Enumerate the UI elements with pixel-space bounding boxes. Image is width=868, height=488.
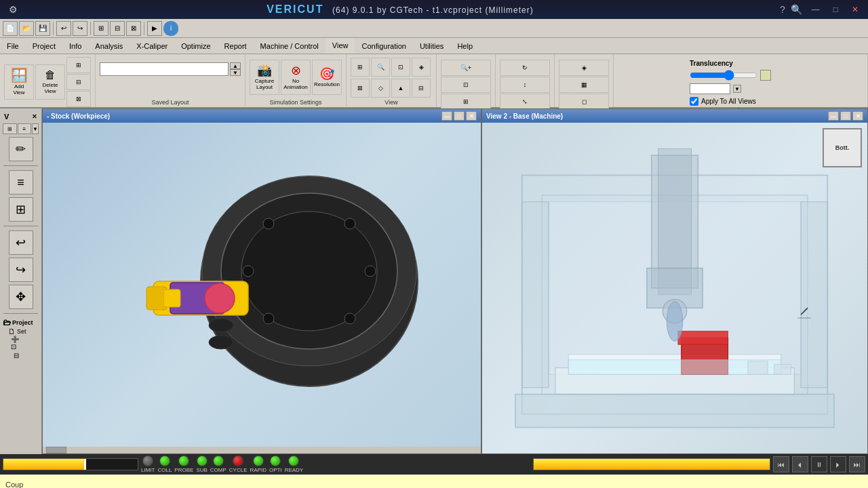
view-btn-8[interactable]: ⊟	[412, 79, 431, 98]
view-btn-7[interactable]: ▲	[391, 79, 410, 98]
nav-controls-1[interactable]: ⊞	[3, 123, 17, 134]
menu-machine[interactable]: Machine / Control	[254, 38, 326, 54]
menu-analysis[interactable]: Analysis	[88, 38, 130, 54]
maximize-button[interactable]: □	[829, 3, 842, 16]
qa-view1[interactable]: ⊞	[94, 21, 108, 36]
qa-redo[interactable]: ↪	[73, 21, 87, 36]
menu-optimize[interactable]: Optimize	[174, 38, 217, 54]
view-btn-3[interactable]: ⊡	[391, 58, 410, 77]
zoom-btn-1[interactable]: 🔍+	[441, 60, 491, 76]
qa-view3[interactable]: ⊠	[126, 21, 141, 36]
help-icon[interactable]: ?	[780, 4, 785, 15]
view2-close[interactable]: ✕	[852, 111, 863, 121]
view-btn-5[interactable]: ⊠	[351, 79, 370, 98]
tool-list[interactable]: ≡	[9, 170, 33, 195]
playback-fast-forward[interactable]: ⏭	[849, 456, 865, 472]
svg-rect-35	[748, 361, 768, 375]
layout-btn-3[interactable]: ⊠	[66, 91, 91, 107]
svg-rect-33	[515, 394, 834, 428]
qa-info[interactable]: i	[163, 21, 178, 36]
tool-rotate-cw[interactable]: ↪	[9, 258, 33, 282]
project-icon: 🗁	[3, 318, 11, 327]
title-text: (64) 9.0.1 by CGTech - t1.vcproject (Mil…	[332, 5, 534, 15]
tool-grid[interactable]: ⊞	[9, 197, 33, 222]
simulation-group-label: Simulation Settings	[269, 98, 321, 106]
view1-close[interactable]: ✕	[466, 111, 477, 121]
tree-expand[interactable]: ➕	[3, 336, 39, 343]
saved-layout-input[interactable]	[100, 62, 229, 76]
playback-prev[interactable]: ⏴	[792, 456, 808, 472]
menu-utilities[interactable]: Utilities	[413, 38, 450, 54]
translucency-slider[interactable]	[690, 70, 757, 81]
tool-move[interactable]: ✥	[9, 285, 33, 309]
display-btn-3[interactable]: ◻	[559, 94, 609, 110]
color-swatch[interactable]: ▼	[733, 85, 741, 93]
display-btn-2[interactable]: ▦	[559, 77, 609, 93]
view-btn-4[interactable]: ◈	[412, 58, 431, 77]
project-set-item[interactable]: 🗋 Set	[3, 327, 39, 336]
view1-hscroll[interactable]	[43, 447, 481, 453]
orientation-cube[interactable]: Bott.	[823, 128, 862, 167]
indicator-limit-label: LIMIT	[141, 467, 155, 473]
no-animation-button[interactable]: ⊗ NoAnimation	[281, 60, 311, 95]
qa-sep3	[144, 22, 144, 35]
qa-sep2	[90, 22, 91, 35]
capture-layout-button[interactable]: 📸 CaptureLayout	[250, 60, 279, 95]
playback-play[interactable]: ⏵	[830, 456, 846, 472]
apply-all-views-checkbox[interactable]	[690, 97, 698, 106]
dynamic-btn-2[interactable]: ↕	[500, 77, 550, 93]
view-btn-1[interactable]: ⊞	[351, 58, 370, 77]
layout-scroll-up[interactable]: ▲	[230, 62, 241, 69]
tool-rotate-ccw[interactable]: ↩	[9, 230, 33, 255]
qa-open[interactable]: 📂	[19, 21, 34, 36]
search-icon[interactable]: 🔍	[791, 4, 802, 15]
view2-minimize[interactable]: —	[828, 111, 839, 121]
delete-view-button[interactable]: 🗑 DeleteView	[35, 64, 65, 100]
menu-info[interactable]: Info	[62, 38, 88, 54]
close-button[interactable]: ✕	[848, 3, 863, 16]
view2-maximize[interactable]: □	[840, 111, 851, 121]
translucency-input[interactable]	[690, 83, 730, 94]
view-btn-2[interactable]: 🔍	[371, 58, 390, 77]
qa-save[interactable]: 💾	[35, 21, 50, 36]
view1-maximize[interactable]: □	[454, 111, 465, 121]
qa-play[interactable]: ▶	[147, 21, 162, 36]
view1-minimize[interactable]: —	[441, 111, 452, 121]
zoom-btn-3[interactable]: ⊞	[441, 94, 491, 110]
qa-undo[interactable]: ↩	[56, 21, 71, 36]
indicator-probe-label: PROBE	[174, 467, 193, 473]
playback-rewind-to-start[interactable]: ⏮	[773, 456, 789, 472]
dynamic-btn-1[interactable]: ↻	[500, 60, 550, 76]
saved-layout-label: Saved Layout	[151, 98, 189, 106]
qa-new[interactable]: 📄	[3, 21, 18, 36]
nav-dropdown[interactable]: ▼	[32, 123, 39, 134]
menu-configuration[interactable]: Configuration	[355, 38, 412, 54]
panel-close[interactable]: ✕	[32, 113, 37, 120]
add-view-button[interactable]: 🪟 AddView	[4, 64, 34, 100]
layout-btn-1[interactable]: ⊞	[66, 57, 91, 73]
menu-xcaliper[interactable]: X-Caliper	[130, 38, 174, 54]
layout-btn-2[interactable]: ⊟	[66, 74, 91, 90]
view-btn-6[interactable]: ◇	[371, 79, 390, 98]
zoom-btn-2[interactable]: ⊡	[441, 77, 491, 93]
capture-icon: 📸	[257, 64, 272, 77]
layout-scroll-down[interactable]: ▼	[230, 69, 241, 76]
tool-pencil[interactable]: ✏	[9, 137, 33, 161]
menu-help[interactable]: Help	[450, 38, 479, 54]
view1-content[interactable]	[43, 123, 481, 453]
nav-controls-2[interactable]: ≡	[18, 123, 32, 134]
view2-content[interactable]: Bott.	[482, 123, 867, 453]
minimize-button[interactable]: —	[808, 3, 824, 16]
menu-report[interactable]: Report	[218, 38, 254, 54]
menu-view[interactable]: View	[326, 38, 355, 54]
tree-node-2[interactable]: ⊟	[3, 352, 39, 359]
menu-file[interactable]: File	[0, 38, 26, 54]
resolution-button[interactable]: 🎯 Resolution	[312, 60, 342, 95]
display-btn-1[interactable]: ◈	[559, 60, 609, 76]
timeline-bar[interactable]	[3, 458, 138, 470]
qa-view2[interactable]: ⊟	[110, 21, 125, 36]
menu-project[interactable]: Project	[26, 38, 62, 54]
playback-pause[interactable]: ⏸	[811, 456, 827, 472]
tree-node-1[interactable]: ⊡	[3, 343, 39, 350]
dynamic-btn-3[interactable]: ⤡	[500, 94, 550, 110]
